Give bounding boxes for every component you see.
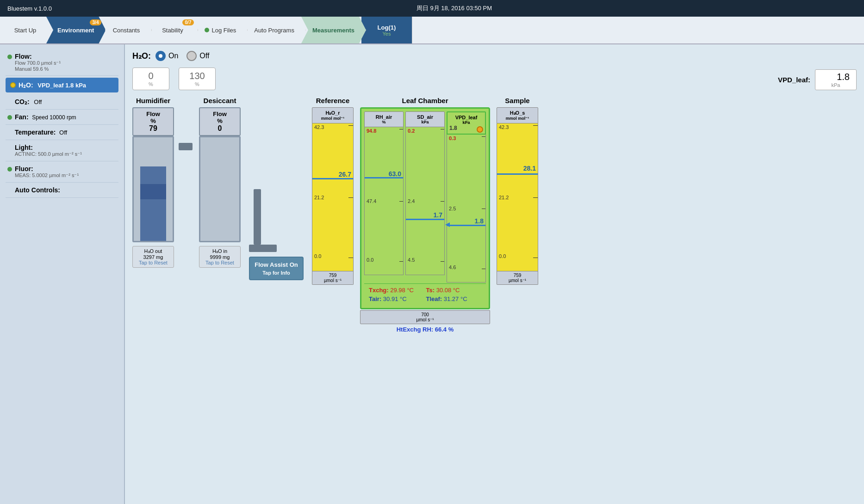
humidifier-water-out: H₂O out 3297 mg Tap to Reset xyxy=(132,246,174,268)
desiccant-ctrl2-unit: % xyxy=(186,81,208,87)
co2-value: Off xyxy=(34,98,42,105)
rh-air-meter: RH_air % 94.8 63.0 47.4 xyxy=(364,111,404,283)
tab-startup[interactable]: Start Up xyxy=(0,17,51,43)
desiccant-ctrl1-unit: % xyxy=(140,81,162,87)
rh-air-body: 94.8 63.0 47.4 0.0 xyxy=(364,127,404,275)
tleaf-label: Tleaf: xyxy=(426,295,444,302)
h2o-r-min: 0.0 xyxy=(314,253,321,259)
control-inputs-row: 0 % 130 % VPD_leaf: 1.8 kPa xyxy=(132,68,857,90)
sd-tick-bottom xyxy=(441,261,444,262)
sd-tick-top xyxy=(441,129,444,129)
humidifier-flow-box[interactable]: Flow % 79 xyxy=(132,107,174,136)
water-in-label: H₂O in xyxy=(202,248,237,254)
light-value: ACTINIC: 500.0 µmol m⁻² s⁻¹ xyxy=(15,151,82,157)
vpd-leaf-input-row: VPD_leaf: 1.8 kPa xyxy=(778,69,857,90)
h2o-s-max: 42.3 xyxy=(499,124,509,130)
vpd-leaf-mid1: 2.5 xyxy=(449,206,456,211)
h2o-value: VPD_leaf 1.8 kPa xyxy=(37,82,86,89)
leaf-chamber-meters: RH_air % 94.8 63.0 47.4 xyxy=(364,111,486,283)
ts-value: 30.08 °C xyxy=(436,287,460,294)
rh-tick-mid xyxy=(399,201,403,202)
sd-air-max: 0.2 xyxy=(408,128,415,134)
tick-top xyxy=(348,125,353,126)
right-panel: H₂O: On Off 0 % xyxy=(125,44,864,504)
humidifier-fill2 xyxy=(140,184,166,200)
h2o-s-value: 28.1 xyxy=(523,165,536,172)
reference-header: Reference xyxy=(316,97,350,104)
humidifier-header: Humidifier xyxy=(136,97,170,104)
environment-badge: 3/4 xyxy=(90,19,102,25)
off-radio-circle xyxy=(186,51,197,61)
vpd-tick-mid xyxy=(482,209,485,209)
humidifier-fill xyxy=(140,166,166,241)
sidebar-h2o[interactable]: H₂O: VPD_leaf 1.8 kPa xyxy=(6,78,118,92)
desiccant-flow-label: Flow xyxy=(205,111,235,117)
pipe-horiz1 xyxy=(249,245,277,252)
light-label: Light: xyxy=(15,144,82,151)
vpd-leaf-meter: VPD_leaf kPa 1.8 0.3 xyxy=(447,111,486,283)
top-bar: Bluestem v.1.0.0 周日 9月 18, 2016 03:50 PM xyxy=(0,0,864,17)
humidifier-col: Humidifier Flow % 79 H₂O out 3297 xyxy=(132,97,174,268)
tab-logfiles-label: Log Files xyxy=(211,27,236,34)
tick-mid xyxy=(348,197,353,198)
h2o-dot xyxy=(10,82,16,88)
temp-label: Temperature: xyxy=(15,129,56,136)
desiccant-control2[interactable]: 130 % xyxy=(179,68,216,90)
pipe-vert1 xyxy=(254,189,261,245)
fan-value: Speed 10000 rpm xyxy=(32,114,76,121)
h2o-r-bottom-val: 759 xyxy=(314,273,352,278)
desiccant-controls: 0 % 130 % xyxy=(132,68,216,90)
h2o-r-label: H₂O_r xyxy=(314,110,351,116)
on-radio-label: On xyxy=(168,52,178,60)
rh-tick-top xyxy=(399,129,403,129)
tab-stability[interactable]: 0/7 Stability xyxy=(147,17,198,43)
water-out-tap[interactable]: Tap to Reset xyxy=(136,260,171,265)
h2o-on-radio[interactable]: On xyxy=(155,51,178,61)
vpd-leaf-meter-unit: kPa xyxy=(449,120,483,125)
txchg-label: Txchg: xyxy=(369,287,390,294)
temp-dot xyxy=(7,130,12,135)
txchg-value: 29.98 °C xyxy=(390,287,414,294)
fluor-value: MEAS: 5.0002 µmol m⁻² s⁻¹ xyxy=(15,172,79,178)
rh-air-min: 0.0 xyxy=(367,257,373,263)
desiccant-gauge xyxy=(199,136,241,242)
tab-autoprograms[interactable]: Auto Programs xyxy=(243,17,306,43)
vpd-tick-top xyxy=(482,136,485,137)
rh-air-value-line xyxy=(365,177,403,178)
tair-value: 30.91 °C xyxy=(383,295,407,302)
h2o-r-bottom-unit: µmol s⁻¹ xyxy=(314,278,352,283)
vpd-leaf-input[interactable]: 1.8 kPa xyxy=(815,69,857,90)
sd-air-label: SD_air xyxy=(408,114,442,120)
flow-label: Flow: xyxy=(15,53,61,60)
water-in-tap[interactable]: Tap to Reset xyxy=(202,260,237,265)
vpd-orange-indicator xyxy=(477,126,483,133)
flow-dot xyxy=(7,55,12,59)
flow-assist-box[interactable]: Flow Assist On Tap for Info xyxy=(249,257,304,280)
sidebar-autocontrols: Auto Controls: xyxy=(6,183,118,198)
desiccant-flow-box[interactable]: Flow % 0 xyxy=(199,107,241,136)
h2o-r-unit: mmol mol⁻¹ xyxy=(314,116,351,121)
desiccant-col: Desiccant Flow % 0 H₂O in 9999 mg Tap to… xyxy=(199,97,241,268)
off-radio-label: Off xyxy=(199,52,209,60)
desiccant-control1[interactable]: 0 % xyxy=(132,68,169,90)
humidifier-flow-unit: % xyxy=(138,117,168,124)
fan-dot xyxy=(7,115,12,120)
tab-constants[interactable]: Constants xyxy=(101,17,152,43)
tab-logfiles[interactable]: Log Files xyxy=(193,17,248,43)
fan-label: Fan: xyxy=(15,113,29,121)
rh-air-value: 63.0 xyxy=(389,170,401,178)
h2o-s-bottom-val: 759 xyxy=(498,273,536,278)
tab-log1[interactable]: Log(1) Yes xyxy=(361,17,412,43)
vpd-leaf-unit: kPa xyxy=(822,82,850,88)
tab-measurements[interactable]: Measurements xyxy=(301,17,366,43)
pipe-top-h xyxy=(179,143,193,150)
tab-environment[interactable]: 3/4 Environment xyxy=(46,17,106,43)
tick-bottom xyxy=(348,258,353,258)
vpd-leaf-meter-label: VPD_leaf xyxy=(449,115,483,120)
temp-value: Off xyxy=(59,129,67,136)
vpd-leaf-value-line xyxy=(447,225,485,226)
h2o-off-radio[interactable]: Off xyxy=(186,51,209,61)
water-in-value: 9999 mg xyxy=(202,254,237,260)
tleaf-value: 31.27 °C xyxy=(444,295,467,302)
flow-value2: Manual 59.6 % xyxy=(15,66,61,72)
